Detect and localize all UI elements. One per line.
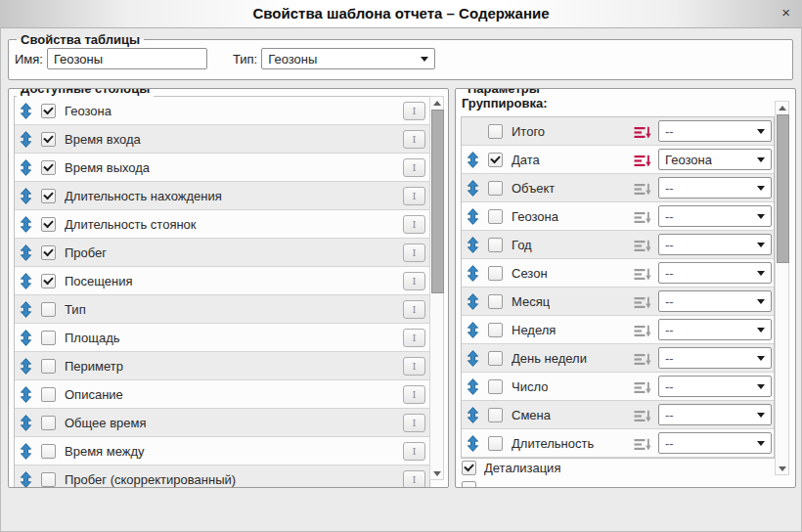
sort-icon[interactable] xyxy=(634,239,652,251)
column-info-button[interactable]: I xyxy=(403,187,425,205)
close-icon[interactable]: × xyxy=(781,5,790,21)
drag-handle-icon[interactable] xyxy=(467,322,479,338)
grouping-select[interactable]: Геозона xyxy=(658,149,772,170)
column-info-button[interactable]: I xyxy=(403,470,425,489)
drag-handle-icon[interactable] xyxy=(467,435,479,452)
sort-icon[interactable] xyxy=(634,154,652,166)
column-info-button[interactable]: I xyxy=(403,272,425,290)
drag-handle-icon[interactable] xyxy=(20,443,32,460)
drag-handle-icon[interactable] xyxy=(467,265,479,282)
grouping-select[interactable]: -- xyxy=(658,432,772,454)
drag-handle-icon[interactable] xyxy=(20,159,32,176)
column-info-button[interactable]: I xyxy=(403,329,425,347)
drag-handle-icon[interactable] xyxy=(467,350,479,367)
grouping-select[interactable]: -- xyxy=(658,234,772,255)
drag-handle-icon[interactable] xyxy=(20,103,32,119)
column-info-button[interactable]: I xyxy=(403,158,425,177)
drag-handle-icon[interactable] xyxy=(20,330,32,346)
column-checkbox[interactable] xyxy=(41,104,56,118)
grouping-select[interactable]: -- xyxy=(658,404,772,425)
drag-handle-icon[interactable] xyxy=(20,415,32,431)
column-info-button[interactable]: I xyxy=(403,414,425,432)
grouping-select[interactable]: -- xyxy=(658,347,772,369)
scroll-thumb[interactable] xyxy=(431,110,444,293)
parameters-scrollbar[interactable] xyxy=(775,101,789,475)
drag-handle-icon[interactable] xyxy=(20,471,32,488)
drag-handle-icon[interactable] xyxy=(20,301,32,318)
grouping-select[interactable]: -- xyxy=(658,262,772,284)
type-select[interactable]: Геозоны xyxy=(261,48,435,69)
grouping-checkbox[interactable] xyxy=(488,408,503,422)
grouping-select[interactable]: -- xyxy=(658,205,772,227)
sort-icon[interactable] xyxy=(634,352,652,365)
grouping-checkbox[interactable] xyxy=(488,209,503,224)
grouping-checkbox[interactable] xyxy=(488,181,503,196)
sort-icon[interactable] xyxy=(634,210,652,223)
column-checkbox[interactable] xyxy=(41,160,56,175)
sort-icon[interactable] xyxy=(634,267,652,280)
scroll-down-button[interactable] xyxy=(776,463,788,474)
column-info-button[interactable]: I xyxy=(403,385,425,404)
column-checkbox[interactable] xyxy=(41,359,56,374)
drag-handle-icon[interactable] xyxy=(467,152,479,168)
grouping-checkbox[interactable] xyxy=(488,266,503,281)
drag-handle-icon[interactable] xyxy=(20,273,32,289)
column-checkbox[interactable] xyxy=(41,387,56,402)
grouping-select[interactable]: -- xyxy=(658,120,772,142)
drag-handle-icon[interactable] xyxy=(20,188,32,204)
grouping-checkbox[interactable] xyxy=(488,124,503,139)
grouping-select[interactable]: -- xyxy=(658,290,772,312)
grouping-checkbox[interactable] xyxy=(488,323,503,337)
sort-icon[interactable] xyxy=(634,125,652,138)
column-checkbox[interactable] xyxy=(41,274,56,288)
drag-handle-icon[interactable] xyxy=(20,131,32,148)
column-checkbox[interactable] xyxy=(41,444,56,459)
column-info-button[interactable]: I xyxy=(403,102,425,120)
column-checkbox[interactable] xyxy=(41,472,56,487)
column-checkbox[interactable] xyxy=(41,245,56,260)
column-info-button[interactable]: I xyxy=(403,215,425,234)
columns-scrollbar[interactable] xyxy=(429,96,444,480)
scroll-thumb[interactable] xyxy=(777,114,789,263)
column-checkbox[interactable] xyxy=(41,132,56,147)
drag-handle-icon[interactable] xyxy=(467,208,479,225)
sort-icon[interactable] xyxy=(634,182,652,195)
sort-icon[interactable] xyxy=(634,295,652,308)
scroll-up-button[interactable] xyxy=(776,102,788,113)
sort-icon[interactable] xyxy=(634,409,652,421)
grouping-checkbox[interactable] xyxy=(488,351,503,366)
clipped-checkbox[interactable] xyxy=(462,481,476,488)
scroll-down-button[interactable] xyxy=(430,467,443,479)
column-checkbox[interactable] xyxy=(41,302,56,317)
drag-handle-icon[interactable] xyxy=(20,358,32,375)
name-input[interactable] xyxy=(47,48,207,69)
scroll-up-button[interactable] xyxy=(430,97,443,109)
grouping-select[interactable]: -- xyxy=(658,177,772,199)
drag-handle-icon[interactable] xyxy=(20,216,32,233)
grouping-checkbox[interactable] xyxy=(488,436,503,451)
grouping-checkbox[interactable] xyxy=(488,379,503,394)
column-checkbox[interactable] xyxy=(41,416,56,430)
grouping-checkbox[interactable] xyxy=(488,238,503,252)
drag-handle-icon[interactable] xyxy=(467,237,479,253)
sort-icon[interactable] xyxy=(634,324,652,336)
drag-handle-icon[interactable] xyxy=(20,244,32,261)
drag-handle-icon[interactable] xyxy=(467,293,479,310)
drag-handle-icon[interactable] xyxy=(20,386,32,403)
sort-icon[interactable] xyxy=(634,437,652,450)
drag-handle-icon[interactable] xyxy=(467,378,479,395)
column-checkbox[interactable] xyxy=(41,331,56,345)
grouping-checkbox[interactable] xyxy=(488,294,503,309)
column-checkbox[interactable] xyxy=(41,217,56,232)
grouping-select[interactable]: -- xyxy=(658,319,772,340)
detail-checkbox[interactable] xyxy=(462,461,476,475)
column-info-button[interactable]: I xyxy=(403,357,425,376)
grouping-select[interactable]: -- xyxy=(658,376,772,397)
column-checkbox[interactable] xyxy=(41,189,56,203)
grouping-checkbox[interactable] xyxy=(488,153,503,167)
sort-icon[interactable] xyxy=(634,380,652,393)
column-info-button[interactable]: I xyxy=(403,244,425,262)
column-info-button[interactable]: I xyxy=(403,300,425,319)
drag-handle-icon[interactable] xyxy=(467,180,479,197)
column-info-button[interactable]: I xyxy=(403,442,425,461)
